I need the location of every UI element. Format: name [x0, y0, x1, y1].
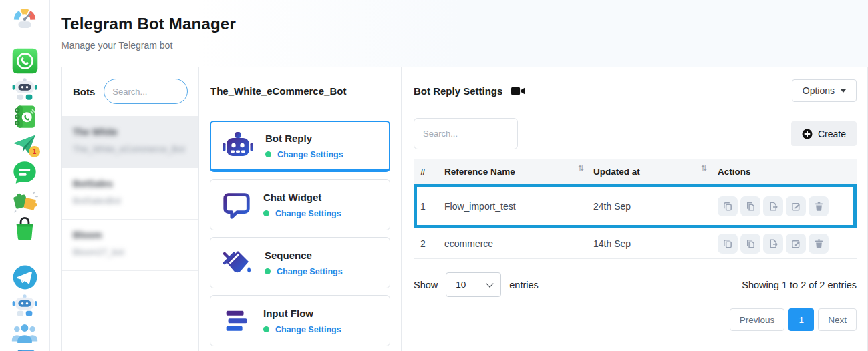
change-settings-link[interactable]: Change Settings [277, 267, 343, 276]
bot-list-item[interactable]: Bloom Bloom27_bot [62, 219, 198, 270]
bot-item-title: Bloom [73, 230, 188, 240]
bot-reply-icon [222, 130, 254, 162]
trash-icon [814, 238, 824, 249]
bot-item-username: Bloom27_bot [73, 246, 188, 259]
sidebar-item-campaign[interactable]: 1 [10, 131, 39, 159]
pagination: Previous 1 Next [414, 308, 857, 331]
export-icon [768, 201, 778, 212]
previous-page-button[interactable]: Previous [730, 308, 785, 331]
bot-list-item[interactable]: The White The_White_eCommerce_Bot [62, 116, 198, 167]
change-settings-link[interactable]: Change Settings [275, 325, 341, 334]
team-icon [11, 322, 38, 344]
table-row[interactable]: 2 ecommerce 14th Sep [414, 228, 857, 259]
col-header-updated[interactable]: Updated at [593, 167, 640, 177]
bot-item-username: BotSalesBot [73, 195, 188, 208]
bot-list-empty-area [62, 270, 198, 351]
updated-at: 14th Sep [593, 238, 631, 249]
card-text: Bot Reply Change Settings [265, 133, 343, 159]
duplicate-button[interactable] [718, 196, 738, 216]
chat-widget-icon [221, 190, 252, 220]
phonebook-blue-icon [12, 348, 37, 351]
entries-label: entries [509, 280, 539, 290]
card-bot-reply[interactable]: Bot Reply Change Settings [210, 121, 390, 172]
export-button[interactable] [763, 234, 783, 254]
sidebar-item-integrations[interactable] [10, 187, 39, 215]
input-flow-icon [221, 306, 252, 336]
copy-button[interactable] [740, 234, 760, 254]
create-button[interactable]: Create [791, 121, 857, 146]
bot-reply-settings-panel: Bot Reply Settings Options [402, 67, 867, 351]
sidebar-item-whatsapp[interactable] [10, 47, 39, 75]
sidebar-item-phonebook-blue[interactable] [10, 347, 39, 351]
card-label: Chat Widget [263, 192, 341, 203]
edit-button[interactable] [786, 234, 806, 254]
next-page-button[interactable]: Next [818, 308, 857, 331]
sidebar-item-dashboard[interactable] [10, 4, 39, 32]
table-header-row: # Reference Name ⇅ Updated at ⇅ Actions [414, 159, 857, 184]
page-size-select[interactable]: 10 [446, 272, 501, 297]
whatsapp-icon [11, 47, 39, 75]
card-sequence[interactable]: Sequence Change Settings [210, 237, 390, 288]
messages-icon [11, 159, 38, 186]
page-title: Telegram Bot Manager [61, 15, 868, 33]
col-header-reference[interactable]: Reference Name [444, 167, 515, 177]
options-button[interactable]: Options [792, 79, 857, 102]
duplicate-icon [722, 201, 733, 212]
shopping-bag-icon [12, 216, 37, 242]
sidebar-item-robot-blue[interactable] [10, 291, 39, 319]
bot-feature-panel: The_White_eCommerce_Bot [199, 67, 402, 351]
show-label: Show [414, 280, 438, 290]
page-size-select-wrap: 10 [446, 272, 501, 297]
options-label: Options [803, 85, 835, 96]
row-actions [716, 234, 850, 254]
bot-item-title: BotSales [73, 178, 188, 189]
status-dot [263, 326, 269, 332]
copy-pages-icon [745, 201, 756, 212]
copy-button[interactable] [740, 196, 760, 216]
copy-pages-icon [745, 238, 756, 249]
page-subtitle: Manage your Telegram bot [61, 40, 868, 51]
robot-blue-icon [11, 291, 39, 319]
main-area: Telegram Bot Manager Manage your Telegra… [50, 0, 868, 351]
table-row-highlighted[interactable]: 1 Flow_import_test 24th Sep [414, 184, 857, 228]
sort-icon[interactable]: ⇅ [578, 164, 593, 173]
change-settings-link[interactable]: Change Settings [275, 209, 341, 218]
change-settings-link[interactable]: Change Settings [277, 150, 343, 159]
sidebar-item-team[interactable] [10, 319, 39, 347]
bot-list-item[interactable]: BotSales BotSalesBot [62, 167, 198, 219]
export-button[interactable] [763, 196, 783, 216]
col-header-actions: Actions [716, 167, 850, 177]
updated-at: 24th Sep [593, 201, 631, 212]
card-text: Chat Widget Change Settings [263, 192, 341, 218]
selected-bot-name: The_White_eCommerce_Bot [210, 85, 390, 97]
sort-icon[interactable]: ⇅ [701, 164, 716, 173]
table-search-input[interactable] [414, 118, 518, 149]
sidebar-item-messages[interactable] [10, 159, 39, 187]
current-page-button[interactable]: 1 [788, 308, 814, 331]
bots-panel-title: Bots [73, 86, 95, 97]
status-dot [265, 151, 271, 157]
sidebar-item-telegram[interactable] [10, 263, 39, 291]
sidebar-item-phonebook-green[interactable] [10, 103, 39, 131]
card-text: Sequence Change Settings [265, 250, 343, 276]
sidebar-item-robot[interactable] [10, 75, 39, 103]
card-chat-widget[interactable]: Chat Widget Change Settings [210, 179, 390, 230]
delete-button[interactable] [809, 196, 829, 216]
chevron-down-icon [841, 89, 846, 93]
bots-panel-header: Bots [62, 67, 198, 116]
bots-panel: Bots The White The_White_eCommerce_Bot B… [62, 67, 199, 351]
plus-circle-icon [802, 129, 813, 139]
video-camera-icon[interactable] [511, 86, 525, 96]
card-label: Sequence [265, 250, 343, 261]
robot-grey-icon [11, 75, 39, 103]
phonebook-green-icon [12, 103, 37, 130]
showing-entries-text: Showing 1 to 2 of 2 entries [742, 280, 857, 290]
panels-container: Bots The White The_White_eCommerce_Bot B… [61, 67, 868, 351]
edit-button[interactable] [786, 196, 806, 216]
delete-button[interactable] [809, 234, 829, 254]
bots-search-input[interactable] [104, 79, 188, 104]
card-input-flow[interactable]: Input Flow Change Settings [210, 295, 390, 346]
sidebar-item-shop[interactable] [10, 215, 39, 243]
status-dot [263, 210, 269, 216]
duplicate-button[interactable] [718, 234, 738, 254]
